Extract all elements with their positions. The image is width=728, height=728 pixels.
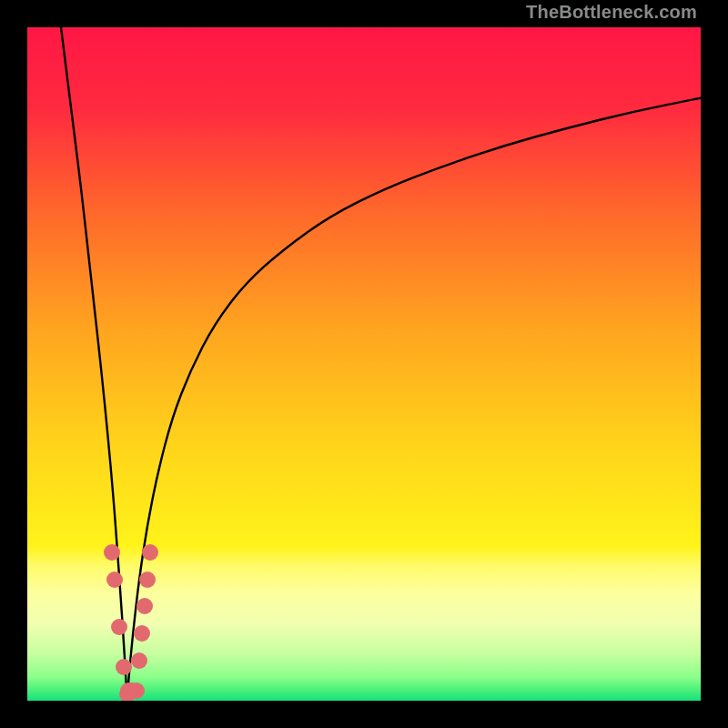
highlight-dot bbox=[136, 598, 153, 614]
highlight-dot bbox=[128, 682, 145, 699]
highlight-dot bbox=[104, 544, 120, 561]
highlight-dot bbox=[116, 659, 132, 675]
chart-frame: TheBottleneck.com bbox=[0, 0, 728, 728]
bottleneck-curve bbox=[27, 27, 701, 701]
curve-right-branch bbox=[127, 98, 701, 701]
highlight-dot bbox=[131, 652, 147, 669]
highlight-dot bbox=[142, 544, 158, 561]
highlight-dot bbox=[134, 625, 150, 642]
plot-area bbox=[27, 27, 701, 701]
watermark-text: TheBottleneck.com bbox=[526, 2, 697, 23]
highlight-dot bbox=[139, 571, 156, 588]
highlight-dot bbox=[111, 619, 127, 635]
curve-left-branch bbox=[61, 27, 127, 701]
highlight-dot bbox=[106, 571, 123, 588]
